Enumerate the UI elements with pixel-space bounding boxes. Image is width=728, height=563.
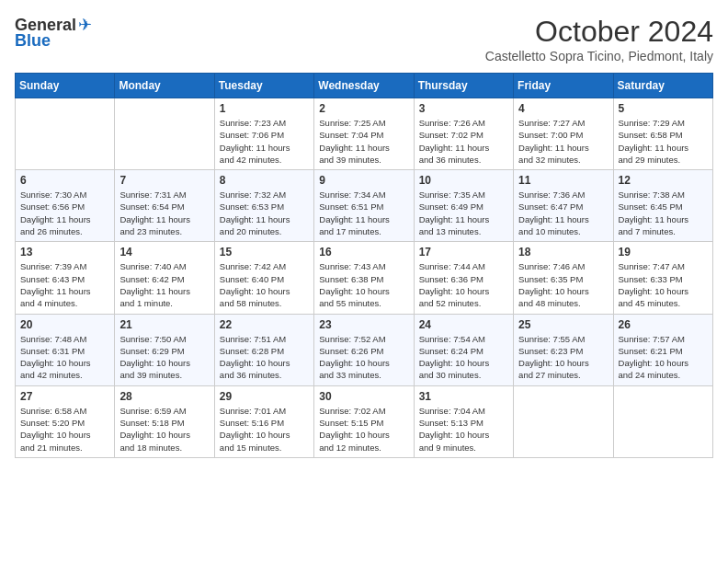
calendar-cell: 1Sunrise: 7:23 AM Sunset: 7:06 PM Daylig… — [214, 98, 313, 170]
calendar-week-row: 20Sunrise: 7:48 AM Sunset: 6:31 PM Dayli… — [16, 314, 713, 385]
day-number: 5 — [619, 102, 708, 115]
day-number: 24 — [419, 318, 508, 331]
day-number: 3 — [419, 102, 508, 115]
day-info: Sunrise: 7:01 AM Sunset: 5:16 PM Dayligh… — [220, 405, 309, 454]
calendar-cell: 11Sunrise: 7:36 AM Sunset: 6:47 PM Dayli… — [514, 170, 613, 242]
day-info: Sunrise: 7:04 AM Sunset: 5:13 PM Dayligh… — [419, 405, 508, 454]
day-number: 11 — [518, 174, 608, 187]
day-number: 28 — [119, 390, 209, 403]
calendar-cell: 4Sunrise: 7:27 AM Sunset: 7:00 PM Daylig… — [514, 98, 613, 170]
day-info: Sunrise: 7:36 AM Sunset: 6:47 PM Dayligh… — [518, 189, 608, 237]
day-info: Sunrise: 7:54 AM Sunset: 6:24 PM Dayligh… — [419, 333, 508, 382]
calendar-cell: 29Sunrise: 7:01 AM Sunset: 5:16 PM Dayli… — [214, 385, 313, 457]
calendar-cell: 9Sunrise: 7:34 AM Sunset: 6:51 PM Daylig… — [314, 170, 414, 242]
day-info: Sunrise: 7:39 AM Sunset: 6:43 PM Dayligh… — [20, 260, 109, 309]
day-info: Sunrise: 7:47 AM Sunset: 6:33 PM Dayligh… — [619, 260, 708, 309]
day-number: 14 — [119, 246, 209, 259]
day-number: 15 — [220, 246, 309, 259]
day-number: 19 — [619, 246, 708, 259]
day-number: 27 — [20, 390, 109, 403]
day-of-week-header: Monday — [115, 74, 214, 98]
day-info: Sunrise: 7:42 AM Sunset: 6:40 PM Dayligh… — [220, 260, 309, 309]
calendar-header-row: SundayMondayTuesdayWednesdayThursdayFrid… — [16, 74, 713, 98]
day-info: Sunrise: 7:26 AM Sunset: 7:02 PM Dayligh… — [419, 117, 508, 166]
calendar-cell: 27Sunrise: 6:58 AM Sunset: 5:20 PM Dayli… — [16, 385, 115, 457]
location-subtitle: Castelletto Sopra Ticino, Piedmont, Ital… — [485, 49, 713, 63]
title-section: October 2024 Castelletto Sopra Ticino, P… — [485, 15, 713, 63]
calendar-cell: 20Sunrise: 7:48 AM Sunset: 6:31 PM Dayli… — [16, 314, 115, 385]
calendar-cell — [16, 98, 115, 170]
calendar-cell: 19Sunrise: 7:47 AM Sunset: 6:33 PM Dayli… — [613, 242, 712, 314]
day-number: 9 — [319, 174, 408, 187]
calendar-cell: 23Sunrise: 7:52 AM Sunset: 6:26 PM Dayli… — [314, 314, 414, 385]
calendar-cell: 13Sunrise: 7:39 AM Sunset: 6:43 PM Dayli… — [16, 242, 115, 314]
day-number: 26 — [619, 318, 708, 331]
calendar-week-row: 13Sunrise: 7:39 AM Sunset: 6:43 PM Dayli… — [16, 242, 713, 314]
day-number: 2 — [319, 102, 408, 115]
day-of-week-header: Tuesday — [214, 74, 313, 98]
day-number: 16 — [319, 246, 408, 259]
calendar-cell: 21Sunrise: 7:50 AM Sunset: 6:29 PM Dayli… — [115, 314, 214, 385]
day-info: Sunrise: 6:58 AM Sunset: 5:20 PM Dayligh… — [20, 405, 109, 454]
day-info: Sunrise: 7:32 AM Sunset: 6:53 PM Dayligh… — [220, 189, 309, 237]
day-info: Sunrise: 7:35 AM Sunset: 6:49 PM Dayligh… — [419, 189, 508, 237]
day-info: Sunrise: 7:25 AM Sunset: 7:04 PM Dayligh… — [319, 117, 408, 166]
day-number: 31 — [419, 390, 508, 403]
day-info: Sunrise: 7:55 AM Sunset: 6:23 PM Dayligh… — [518, 333, 608, 382]
day-info: Sunrise: 7:31 AM Sunset: 6:54 PM Dayligh… — [119, 189, 209, 237]
day-number: 25 — [518, 318, 608, 331]
day-of-week-header: Friday — [514, 74, 613, 98]
day-info: Sunrise: 7:23 AM Sunset: 7:06 PM Dayligh… — [220, 117, 309, 166]
day-of-week-header: Sunday — [16, 74, 115, 98]
calendar-cell: 31Sunrise: 7:04 AM Sunset: 5:13 PM Dayli… — [414, 385, 513, 457]
day-number: 8 — [220, 174, 309, 187]
day-number: 23 — [319, 318, 408, 331]
day-info: Sunrise: 7:38 AM Sunset: 6:45 PM Dayligh… — [619, 189, 708, 237]
logo: General ✈ Blue — [15, 15, 92, 51]
calendar-cell: 8Sunrise: 7:32 AM Sunset: 6:53 PM Daylig… — [214, 170, 313, 242]
day-number: 12 — [619, 174, 708, 187]
day-number: 10 — [419, 174, 508, 187]
month-title: October 2024 — [485, 15, 713, 49]
calendar-cell: 7Sunrise: 7:31 AM Sunset: 6:54 PM Daylig… — [115, 170, 214, 242]
calendar-cell — [115, 98, 214, 170]
calendar-cell: 14Sunrise: 7:40 AM Sunset: 6:42 PM Dayli… — [115, 242, 214, 314]
day-number: 18 — [518, 246, 608, 259]
day-number: 22 — [220, 318, 309, 331]
calendar-cell: 16Sunrise: 7:43 AM Sunset: 6:38 PM Dayli… — [314, 242, 414, 314]
day-info: Sunrise: 7:44 AM Sunset: 6:36 PM Dayligh… — [419, 260, 508, 309]
day-number: 6 — [20, 174, 109, 187]
calendar-cell: 24Sunrise: 7:54 AM Sunset: 6:24 PM Dayli… — [414, 314, 513, 385]
day-info: Sunrise: 7:48 AM Sunset: 6:31 PM Dayligh… — [20, 333, 109, 382]
day-info: Sunrise: 7:50 AM Sunset: 6:29 PM Dayligh… — [119, 333, 209, 382]
day-of-week-header: Saturday — [613, 74, 712, 98]
day-number: 17 — [419, 246, 508, 259]
calendar-cell: 15Sunrise: 7:42 AM Sunset: 6:40 PM Dayli… — [214, 242, 313, 314]
calendar-cell — [613, 385, 712, 457]
calendar-cell: 25Sunrise: 7:55 AM Sunset: 6:23 PM Dayli… — [514, 314, 613, 385]
day-number: 7 — [119, 174, 209, 187]
calendar-cell: 17Sunrise: 7:44 AM Sunset: 6:36 PM Dayli… — [414, 242, 513, 314]
day-of-week-header: Wednesday — [314, 74, 414, 98]
day-number: 1 — [220, 102, 309, 115]
calendar-week-row: 6Sunrise: 7:30 AM Sunset: 6:56 PM Daylig… — [16, 170, 713, 242]
calendar-cell: 12Sunrise: 7:38 AM Sunset: 6:45 PM Dayli… — [613, 170, 712, 242]
day-info: Sunrise: 7:52 AM Sunset: 6:26 PM Dayligh… — [319, 333, 408, 382]
day-number: 20 — [20, 318, 109, 331]
day-info: Sunrise: 7:27 AM Sunset: 7:00 PM Dayligh… — [518, 117, 608, 166]
calendar-week-row: 27Sunrise: 6:58 AM Sunset: 5:20 PM Dayli… — [16, 385, 713, 457]
calendar-cell: 28Sunrise: 6:59 AM Sunset: 5:18 PM Dayli… — [115, 385, 214, 457]
day-info: Sunrise: 7:51 AM Sunset: 6:28 PM Dayligh… — [220, 333, 309, 382]
calendar-cell: 26Sunrise: 7:57 AM Sunset: 6:21 PM Dayli… — [613, 314, 712, 385]
day-info: Sunrise: 6:59 AM Sunset: 5:18 PM Dayligh… — [119, 405, 209, 454]
calendar-cell: 3Sunrise: 7:26 AM Sunset: 7:02 PM Daylig… — [414, 98, 513, 170]
day-info: Sunrise: 7:46 AM Sunset: 6:35 PM Dayligh… — [518, 260, 608, 309]
day-info: Sunrise: 7:34 AM Sunset: 6:51 PM Dayligh… — [319, 189, 408, 237]
calendar-cell — [514, 385, 613, 457]
day-info: Sunrise: 7:40 AM Sunset: 6:42 PM Dayligh… — [119, 260, 209, 309]
day-number: 13 — [20, 246, 109, 259]
logo-bird-icon: ✈ — [78, 15, 92, 35]
calendar-week-row: 1Sunrise: 7:23 AM Sunset: 7:06 PM Daylig… — [16, 98, 713, 170]
calendar-table: SundayMondayTuesdayWednesdayThursdayFrid… — [15, 73, 713, 458]
calendar-cell: 2Sunrise: 7:25 AM Sunset: 7:04 PM Daylig… — [314, 98, 414, 170]
